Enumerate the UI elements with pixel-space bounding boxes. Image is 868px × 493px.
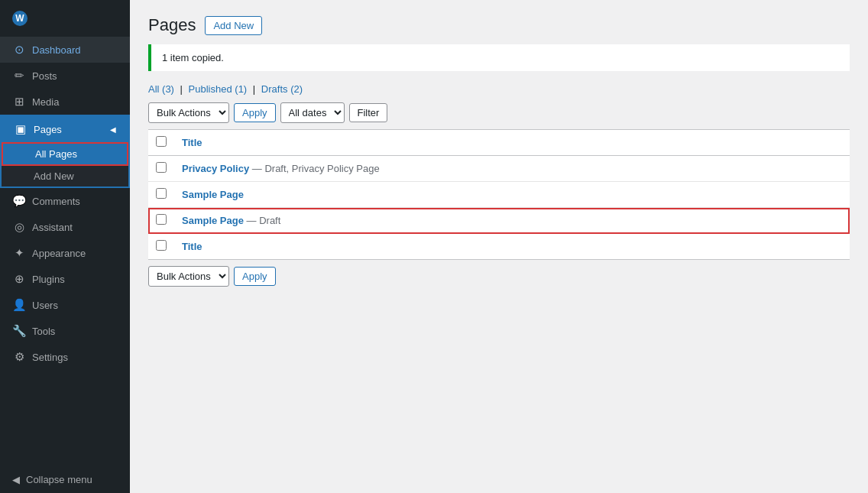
sidebar-item-label: Dashboard	[32, 44, 81, 56]
sidebar-logo[interactable]: W	[0, 0, 130, 37]
sidebar-item-appearance[interactable]: ✦ Appearance	[0, 240, 130, 266]
sidebar-item-label: Appearance	[32, 248, 86, 259]
users-icon: 👤	[12, 298, 26, 312]
comments-icon: 💬	[12, 194, 26, 208]
table-row: Sample Page	[148, 182, 850, 208]
row-title-cell: Sample Page — Draft	[174, 208, 850, 234]
bottom-toolbar: Bulk Actions Apply	[148, 266, 850, 287]
sidebar-item-dashboard[interactable]: ⊙ Dashboard	[0, 37, 130, 63]
sidebar-item-label: Pages	[34, 124, 62, 135]
sidebar-item-label: Tools	[32, 326, 55, 337]
footer-title-cell: Title	[174, 234, 850, 260]
pages-arrow-icon: ◀	[110, 125, 116, 134]
row-checkbox-cell	[148, 208, 174, 234]
row-checkbox[interactable]	[156, 162, 167, 173]
page-title: Pages	[148, 15, 196, 35]
add-new-button[interactable]: Add New	[205, 16, 262, 35]
sidebar-item-label: Plugins	[32, 274, 65, 285]
page-header: Pages Add New	[148, 15, 850, 35]
bulk-actions-select-bottom[interactable]: Bulk Actions	[148, 266, 229, 287]
sidebar-item-all-pages[interactable]: All Pages	[3, 144, 127, 164]
page-title-link[interactable]: Sample Page	[182, 215, 244, 226]
sidebar-item-label: Assistant	[32, 222, 73, 233]
footer-select-all-checkbox[interactable]	[156, 240, 167, 251]
top-toolbar: Bulk Actions Apply All dates Filter	[148, 102, 850, 123]
row-checkbox-cell	[148, 182, 174, 208]
posts-icon: ✏	[12, 69, 26, 83]
title-sort-link[interactable]: Title	[182, 137, 202, 148]
date-filter-select[interactable]: All dates	[280, 102, 345, 123]
footer-checkbox-cell	[148, 234, 174, 260]
filter-button[interactable]: Filter	[349, 103, 388, 122]
sidebar-item-settings[interactable]: ⚙ Settings	[0, 344, 130, 370]
footer-title-link[interactable]: Title	[182, 241, 202, 252]
success-notice: 1 item copied.	[148, 44, 850, 71]
settings-icon: ⚙	[12, 350, 26, 364]
table-row: Privacy Policy — Draft, Privacy Policy P…	[148, 156, 850, 182]
sidebar-item-comments[interactable]: 💬 Comments	[0, 188, 130, 214]
sidebar-item-tools[interactable]: 🔧 Tools	[0, 318, 130, 344]
row-title-cell: Privacy Policy — Draft, Privacy Policy P…	[174, 156, 850, 182]
pages-submenu: All Pages Add New	[2, 142, 128, 186]
assistant-icon: ◎	[12, 220, 26, 234]
pages-icon: ▣	[14, 122, 28, 136]
select-all-checkbox[interactable]	[156, 136, 167, 147]
collapse-menu-label: Collapse menu	[26, 474, 92, 485]
sidebar-item-assistant[interactable]: ◎ Assistant	[0, 214, 130, 240]
collapse-menu-item[interactable]: ◀ Collapse menu	[0, 466, 130, 493]
collapse-icon: ◀	[12, 474, 20, 485]
sidebar-item-users[interactable]: 👤 Users	[0, 292, 130, 318]
sidebar-item-label: Comments	[32, 196, 80, 207]
table-header-row: Title	[148, 130, 850, 156]
row-checkbox[interactable]	[156, 214, 167, 225]
table-footer-row: Title	[148, 234, 850, 260]
sidebar-item-plugins[interactable]: ⊕ Plugins	[0, 266, 130, 292]
plugins-icon: ⊕	[12, 272, 26, 286]
media-icon: ⊞	[12, 95, 26, 109]
apply-button-top[interactable]: Apply	[234, 103, 276, 122]
apply-button-bottom[interactable]: Apply	[234, 267, 276, 286]
table-row-highlighted: Sample Page — Draft	[148, 208, 850, 234]
main-content: Pages Add New 1 item copied. All (3) | P…	[130, 0, 868, 493]
page-title-link[interactable]: Privacy Policy	[182, 163, 249, 174]
row-checkbox[interactable]	[156, 188, 167, 199]
notice-text: 1 item copied.	[162, 52, 224, 63]
sidebar-item-label: Users	[32, 300, 58, 311]
sidebar-item-posts[interactable]: ✏ Posts	[0, 63, 130, 89]
wordpress-icon: W	[12, 11, 28, 26]
filter-all-link[interactable]: All (3)	[148, 83, 174, 95]
pages-table: Title Privacy Policy — Draft, Privacy Po…	[148, 129, 850, 260]
filter-drafts-link[interactable]: Drafts (2)	[261, 83, 303, 95]
filter-published-link[interactable]: Published (1)	[189, 83, 248, 95]
sidebar-item-media[interactable]: ⊞ Media	[0, 89, 130, 115]
sidebar-item-label: Posts	[32, 70, 57, 82]
sidebar: W ⊙ Dashboard ✏ Posts ⊞ Media ▣ Pages ◀ …	[0, 0, 130, 493]
page-title-link[interactable]: Sample Page	[182, 189, 244, 200]
bulk-actions-select[interactable]: Bulk Actions	[148, 102, 229, 123]
sidebar-item-label: Settings	[32, 352, 68, 363]
sidebar-item-add-new[interactable]: Add New	[2, 166, 128, 186]
sidebar-item-label: Media	[32, 96, 59, 108]
title-column-header: Title	[174, 130, 850, 156]
row-meta: — Draft, Privacy Policy Page	[252, 163, 380, 174]
dashboard-icon: ⊙	[12, 43, 26, 57]
select-all-column	[148, 130, 174, 156]
row-checkbox-cell	[148, 156, 174, 182]
row-meta: — Draft	[247, 215, 281, 226]
row-title-cell: Sample Page	[174, 182, 850, 208]
sidebar-item-pages[interactable]: ▣ Pages ◀	[2, 116, 128, 142]
appearance-icon: ✦	[12, 246, 26, 260]
tools-icon: 🔧	[12, 324, 26, 338]
filter-links: All (3) | Published (1) | Drafts (2)	[148, 83, 850, 95]
